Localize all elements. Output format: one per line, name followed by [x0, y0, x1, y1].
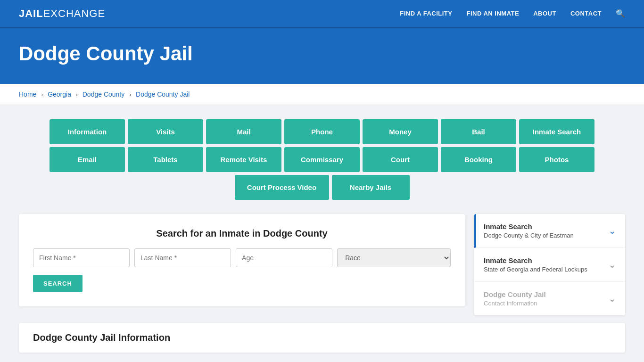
hero-section: Dodge County Jail	[0, 28, 644, 84]
btn-court-process-video[interactable]: Court Process Video	[235, 175, 329, 200]
sidebar-item-subtitle-2: State of Georgia and Federal Lockups	[484, 266, 587, 273]
btn-visits[interactable]: Visits	[128, 119, 203, 144]
page-title: Dodge County Jail	[19, 42, 625, 65]
btn-mail[interactable]: Mail	[206, 119, 281, 144]
sidebar-item-inmate-search-1[interactable]: Inmate Search Dodge County & City of Eas…	[474, 214, 625, 248]
breadcrumb-current: Dodge County Jail	[136, 90, 190, 98]
chevron-down-icon-3: ⌄	[609, 294, 616, 304]
breadcrumb-dodge-county[interactable]: Dodge County	[83, 90, 125, 98]
btn-commissary[interactable]: Commissary	[284, 147, 360, 172]
btn-remote-visits[interactable]: Remote Visits	[206, 147, 281, 172]
btn-row-3: Court Process Video Nearby Jails	[19, 175, 625, 200]
btn-row-2: Email Tablets Remote Visits Commissary C…	[19, 147, 625, 172]
search-form-fields: Race White Black Hispanic Asian Other	[33, 248, 451, 267]
chevron-down-icon-1: ⌄	[609, 226, 616, 236]
breadcrumb: Home › Georgia › Dodge County › Dodge Co…	[0, 84, 644, 105]
sidebar-item-text-3: Dodge County Jail Contact Information	[484, 290, 546, 307]
sidebar-item-contact-info[interactable]: Dodge County Jail Contact Information ⌄	[474, 282, 625, 315]
navbar: JAILEXCHANGE FIND A FACILITY FIND AN INM…	[0, 0, 644, 28]
last-name-input[interactable]	[134, 248, 231, 267]
breadcrumb-sep-3: ›	[129, 91, 131, 98]
btn-tablets[interactable]: Tablets	[128, 147, 203, 172]
race-select[interactable]: Race White Black Hispanic Asian Other	[337, 248, 451, 267]
sidebar-item-text-2: Inmate Search State of Georgia and Feder…	[484, 256, 587, 273]
sidebar-item-text-1: Inmate Search Dodge County & City of Eas…	[484, 222, 574, 239]
age-input[interactable]	[236, 248, 332, 267]
search-icon[interactable]: 🔍	[616, 9, 625, 18]
sidebar-item-subtitle-3: Contact Information	[484, 300, 546, 307]
logo-jail: JAIL	[19, 8, 43, 19]
sidebar: Inmate Search Dodge County & City of Eas…	[474, 214, 625, 315]
btn-phone[interactable]: Phone	[284, 119, 360, 144]
sidebar-item-title-3: Dodge County Jail	[484, 290, 546, 298]
btn-inmate-search[interactable]: Inmate Search	[519, 119, 594, 144]
feature-button-grid: Information Visits Mail Phone Money Bail…	[19, 119, 625, 200]
search-form-title: Search for an Inmate in Dodge County	[33, 228, 451, 239]
lower-section: Search for an Inmate in Dodge County Rac…	[19, 214, 625, 315]
nav-find-facility[interactable]: FIND A FACILITY	[400, 10, 452, 17]
nav-about[interactable]: ABOUT	[533, 10, 556, 17]
sidebar-item-title-1: Inmate Search	[484, 222, 574, 230]
btn-photos[interactable]: Photos	[519, 147, 594, 172]
btn-booking[interactable]: Booking	[441, 147, 516, 172]
sidebar-item-subtitle-1: Dodge County & City of Eastman	[484, 232, 574, 239]
sidebar-item-inmate-search-2[interactable]: Inmate Search State of Georgia and Feder…	[474, 248, 625, 282]
sidebar-item-title-2: Inmate Search	[484, 256, 587, 264]
btn-bail[interactable]: Bail	[441, 119, 516, 144]
breadcrumb-sep-1: ›	[41, 91, 43, 98]
site-logo[interactable]: JAILEXCHANGE	[19, 8, 105, 20]
nav-links: FIND A FACILITY FIND AN INMATE ABOUT CON…	[400, 9, 625, 18]
jail-info-section: Dodge County Jail Information	[19, 323, 625, 353]
logo-exchange: EXCHANGE	[43, 8, 105, 19]
nav-find-inmate[interactable]: FIND AN INMATE	[466, 10, 519, 17]
first-name-input[interactable]	[33, 248, 130, 267]
breadcrumb-home[interactable]: Home	[19, 90, 36, 98]
main-content: Information Visits Mail Phone Money Bail…	[0, 105, 644, 362]
nav-contact[interactable]: CONTACT	[570, 10, 602, 17]
breadcrumb-sep-2: ›	[76, 91, 78, 98]
breadcrumb-georgia[interactable]: Georgia	[48, 90, 71, 98]
inmate-search-box: Search for an Inmate in Dodge County Rac…	[19, 214, 465, 306]
btn-nearby-jails[interactable]: Nearby Jails	[332, 175, 410, 200]
btn-money[interactable]: Money	[363, 119, 438, 144]
btn-court[interactable]: Court	[363, 147, 438, 172]
jail-info-title: Dodge County Jail Information	[33, 332, 611, 343]
btn-email[interactable]: Email	[50, 147, 125, 172]
search-button[interactable]: SEARCH	[33, 275, 83, 292]
btn-information[interactable]: Information	[50, 119, 125, 144]
btn-row-1: Information Visits Mail Phone Money Bail…	[19, 119, 625, 144]
chevron-down-icon-2: ⌄	[609, 260, 616, 270]
